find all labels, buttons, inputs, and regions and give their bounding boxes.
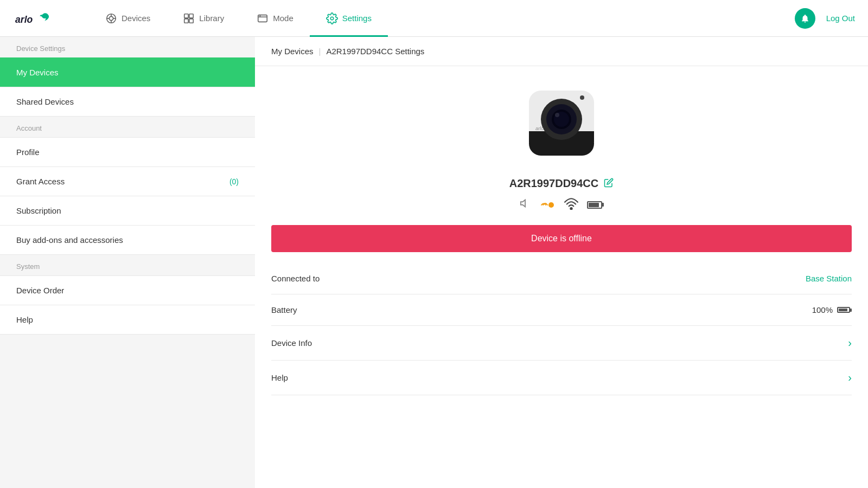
device-info-row[interactable]: Device Info › [271, 326, 852, 361]
sidebar-item-help[interactable]: Help [0, 305, 255, 335]
main-content: My Devices | A2R1997DD94CC Settings [255, 37, 868, 488]
device-name-row: A2R1997DD94CC [271, 177, 852, 190]
sidebar-item-buy-addons-label: Buy add-ons and accessories [16, 235, 123, 245]
sidebar-item-profile-label: Profile [16, 147, 40, 157]
edit-icon[interactable] [604, 178, 614, 190]
device-image-container: arlo [271, 82, 852, 166]
battery-row: Battery 100% [271, 294, 852, 326]
battery-percent-text: 100% [812, 305, 833, 314]
grant-access-badge: (0) [229, 177, 239, 186]
svg-point-2 [109, 16, 113, 20]
svg-point-24 [580, 95, 584, 100]
battery-icon [587, 201, 604, 209]
sidebar-item-shared-devices[interactable]: Shared Devices [0, 87, 255, 117]
svg-rect-11 [258, 15, 267, 22]
sidebar-item-shared-devices-label: Shared Devices [16, 97, 74, 106]
breadcrumb-separator: | [319, 47, 321, 56]
svg-rect-7 [184, 14, 188, 17]
sidebar-section-device-settings: Device Settings [0, 37, 255, 58]
help-chevron-icon: › [848, 371, 852, 384]
camera-visual: arlo [518, 82, 605, 166]
sidebar-item-device-order-label: Device Order [16, 286, 64, 295]
logo[interactable]: arlo [13, 8, 56, 29]
battery-label: Battery [271, 305, 297, 314]
breadcrumb-current: A2R1997DD94CC Settings [326, 47, 424, 56]
breadcrumb-parent[interactable]: My Devices [271, 47, 314, 56]
battery-indicator-small [837, 307, 852, 313]
help-label: Help [271, 373, 288, 382]
sidebar-item-my-devices-label: My Devices [16, 68, 59, 77]
svg-text:arlo: arlo [15, 14, 33, 25]
svg-point-14 [330, 17, 334, 20]
svg-rect-10 [189, 18, 193, 22]
svg-text:arlo: arlo [535, 126, 544, 131]
sidebar-section-account: Account [0, 117, 255, 138]
motion-icon [540, 199, 556, 211]
sidebar-item-grant-access-label: Grant Access [16, 177, 65, 186]
sidebar-item-profile[interactable]: Profile [0, 137, 255, 167]
svg-point-28 [570, 208, 572, 209]
nav-devices-label: Devices [122, 14, 150, 23]
nav-library[interactable]: Library [167, 0, 240, 37]
sidebar-item-help-label: Help [16, 315, 33, 324]
connected-to-row: Connected to Base Station [271, 263, 852, 294]
speaker-icon [520, 197, 532, 212]
connected-to-label: Connected to [271, 274, 320, 283]
svg-point-22 [555, 113, 559, 117]
device-info-label: Device Info [271, 338, 312, 348]
sidebar-item-my-devices[interactable]: My Devices [0, 57, 255, 87]
device-info-chevron-icon: › [848, 337, 852, 349]
sidebar-item-buy-addons[interactable]: Buy add-ons and accessories [0, 225, 255, 255]
notification-button[interactable] [795, 8, 815, 29]
top-navigation: arlo Devices Library [0, 0, 868, 37]
device-status-icons [271, 197, 852, 212]
svg-rect-9 [184, 18, 188, 22]
nav-devices[interactable]: Devices [89, 0, 167, 37]
sidebar-item-grant-access[interactable]: Grant Access (0) [0, 166, 255, 196]
connected-to-value[interactable]: Base Station [806, 274, 852, 283]
nav-settings[interactable]: Settings [310, 0, 388, 37]
topnav-right: Log Out [795, 8, 855, 29]
sidebar-item-subscription[interactable]: Subscription [0, 196, 255, 226]
wifi-icon [564, 198, 578, 212]
nav-mode[interactable]: Mode [240, 0, 310, 37]
help-row[interactable]: Help › [271, 361, 852, 395]
nav-settings-label: Settings [342, 14, 372, 23]
battery-value: 100% [812, 305, 852, 314]
svg-rect-8 [189, 14, 193, 17]
device-detail: arlo A2R1997DD94CC [255, 66, 868, 412]
sidebar: Device Settings My Devices Shared Device… [0, 37, 255, 488]
sidebar-item-device-order[interactable]: Device Order [0, 275, 255, 305]
device-name: A2R1997DD94CC [509, 177, 599, 190]
sidebar-item-subscription-label: Subscription [16, 206, 61, 215]
nav-mode-label: Mode [273, 14, 293, 23]
svg-marker-25 [520, 200, 525, 207]
breadcrumb: My Devices | A2R1997DD94CC Settings [255, 37, 868, 66]
offline-banner: Device is offline [271, 225, 852, 252]
main-layout: Device Settings My Devices Shared Device… [0, 37, 868, 488]
svg-point-27 [548, 202, 554, 208]
nav-links: Devices Library Mode [89, 0, 795, 37]
nav-library-label: Library [199, 14, 224, 23]
logout-button[interactable]: Log Out [826, 14, 855, 23]
sidebar-section-system: System [0, 255, 255, 276]
